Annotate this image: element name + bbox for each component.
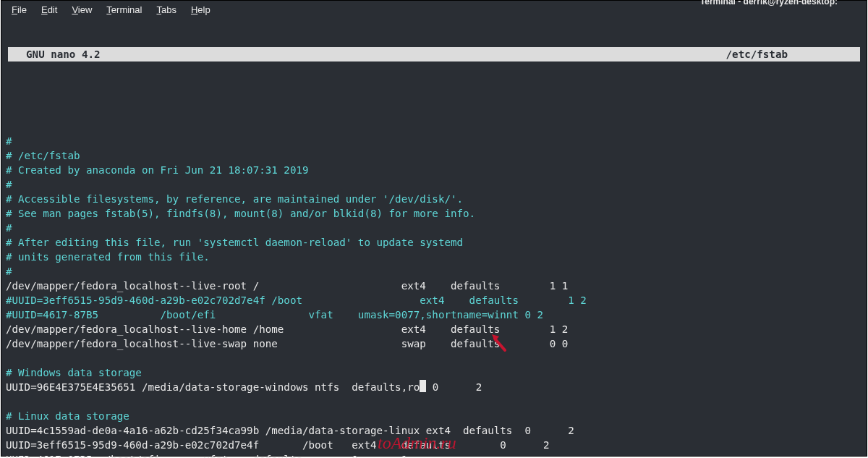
file-line: UUID=4c1559ad-de0a-4a16-a62b-cd25f34ca99… [6, 423, 862, 438]
file-line: UUID=4617-87B5 /boot/efi vfat defaults 0… [6, 452, 862, 458]
menu-help[interactable]: Help [185, 3, 216, 17]
line-text: UUID=4c1559ad-de0a-4a16-a62b-cd25f34ca99… [6, 425, 574, 436]
file-line: # See man pages fstab(5), findfs(8), mou… [6, 206, 862, 221]
comment-text: # Windows data storage [6, 367, 142, 378]
line-text: UUID=3eff6515-95d9-460d-a29b-e02c702d7e4… [6, 439, 550, 451]
comment-text: #UUID=4617-87B5 /boot/efi vfat umask=007… [6, 309, 543, 321]
comment-text: # [6, 222, 12, 234]
file-line: # [6, 264, 862, 279]
comment-text: #UUID=3eff6515-95d9-460d-a29b-e02c702d7e… [6, 294, 587, 306]
comment-text: # /etc/fstab [6, 150, 80, 161]
file-line: UUID=3eff6515-95d9-460d-a29b-e02c702d7e4… [6, 438, 862, 452]
comment-text: # [6, 135, 12, 147]
file-line: /dev/mapper/fedora_localhost--live-swap … [6, 336, 862, 351]
comment-text: # After editing this file, run 'systemct… [6, 237, 463, 248]
menu-edit[interactable]: Edit [35, 3, 63, 17]
nano-title-bar: GNU nano 4.2 /etc/fstab [8, 47, 860, 62]
file-line: # [6, 134, 862, 148]
terminal-body[interactable]: GNU nano 4.2 /etc/fstab ## /etc/fstab# C… [1, 18, 867, 456]
file-content[interactable]: ## /etc/fstab# Created by anaconda on Fr… [1, 134, 867, 458]
nano-file-name: /etc/fstab [726, 47, 860, 62]
line-text: /dev/mapper/fedora_localhost--live-home … [6, 323, 568, 335]
file-line: #UUID=3eff6515-95d9-460d-a29b-e02c702d7e… [6, 293, 862, 308]
file-line: # units generated from this file. [6, 250, 862, 264]
comment-text: # Accessible filesystems, by reference, … [6, 193, 463, 205]
line-text: /dev/mapper/fedora_localhost--live-root … [6, 280, 568, 292]
file-line: UUID=96E4E375E4E35651 /media/data-storag… [6, 380, 862, 394]
nano-app-name: GNU nano 4.2 [8, 47, 101, 62]
line-text: UUID=96E4E375E4E35651 /media/data-storag… [6, 381, 420, 393]
window-title: Terminal - derrik@ryzen-desktop: [700, 0, 867, 7]
menu-file[interactable]: File [6, 3, 33, 17]
menubar: File Edit View Terminal Tabs Help Termin… [1, 1, 867, 18]
comment-text: # [6, 266, 12, 277]
file-line: #UUID=4617-87B5 /boot/efi vfat umask=007… [6, 308, 862, 322]
file-line: /dev/mapper/fedora_localhost--live-root … [6, 279, 862, 293]
menu-view[interactable]: View [66, 3, 98, 17]
file-line: # After editing this file, run 'systemct… [6, 235, 862, 250]
comment-text: # units generated from this file. [6, 251, 210, 263]
file-line: # Created by anaconda on Fri Jun 21 18:0… [6, 163, 862, 177]
file-line: # Windows data storage [6, 365, 862, 380]
text-cursor [420, 380, 426, 392]
file-line [6, 394, 862, 409]
comment-text: # Created by anaconda on Fri Jun 21 18:0… [6, 164, 309, 176]
file-line: # [6, 177, 862, 192]
comment-text: # See man pages fstab(5), findfs(8), mou… [6, 208, 475, 219]
line-text: 0 2 [426, 381, 482, 393]
file-line: # /etc/fstab [6, 148, 862, 163]
file-line: # Linux data storage [6, 409, 862, 423]
menu-tabs[interactable]: Tabs [150, 3, 182, 17]
file-line: /dev/mapper/fedora_localhost--live-home … [6, 322, 862, 336]
line-text: /dev/mapper/fedora_localhost--live-swap … [6, 338, 568, 349]
line-text: UUID=4617-87B5 /boot/efi vfat defaults 0… [6, 454, 407, 458]
file-line [6, 351, 862, 365]
menu-terminal[interactable]: Terminal [101, 3, 148, 17]
comment-text: # [6, 179, 12, 190]
comment-text: # Linux data storage [6, 410, 129, 422]
file-line: # Accessible filesystems, by reference, … [6, 192, 862, 206]
file-line: # [6, 221, 862, 235]
terminal-window: File Edit View Terminal Tabs Help Termin… [1, 0, 867, 457]
